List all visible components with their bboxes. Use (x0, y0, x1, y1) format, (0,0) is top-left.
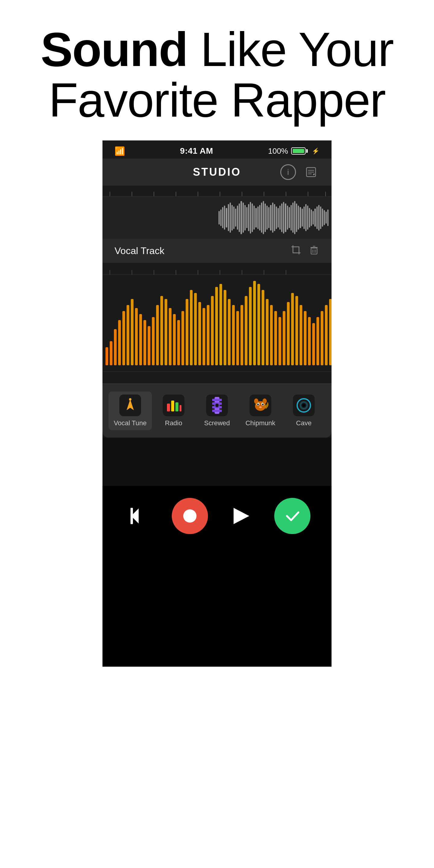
play-button[interactable] (226, 501, 256, 531)
skip-back-button[interactable] (124, 501, 154, 531)
svg-rect-67 (261, 290, 264, 365)
svg-rect-34 (122, 311, 125, 365)
transport-bar (102, 486, 332, 546)
svg-rect-119 (212, 399, 222, 401)
svg-rect-77 (304, 311, 307, 365)
svg-rect-43 (160, 296, 163, 365)
effect-chipmunk[interactable]: Chipmunk (239, 392, 282, 430)
timeline-ruler-bottom (102, 263, 332, 275)
vocal-tune-icon (119, 395, 141, 416)
svg-rect-68 (266, 299, 269, 365)
info-icon: i (280, 164, 296, 180)
svg-rect-61 (236, 311, 239, 365)
svg-rect-55 (211, 296, 214, 365)
svg-point-130 (254, 398, 258, 404)
svg-rect-113 (167, 404, 170, 411)
vocal-tune-label: Vocal Tune (114, 419, 147, 427)
svg-rect-50 (190, 290, 193, 365)
svg-point-123 (215, 404, 219, 407)
svg-rect-69 (270, 305, 273, 365)
edit-button[interactable] (303, 164, 319, 181)
cave-icon (293, 395, 315, 416)
timeline-ruler-top (102, 186, 332, 196)
svg-rect-80 (316, 317, 319, 365)
svg-rect-41 (152, 317, 155, 365)
hero-title: Sound Like Your Favorite Rapper (18, 24, 416, 125)
svg-rect-40 (148, 326, 150, 365)
nav-icons: i (280, 164, 319, 181)
svg-rect-64 (249, 287, 252, 365)
info-button[interactable]: i (280, 164, 297, 181)
effect-vocal-tune[interactable]: Vocal Tune (108, 392, 152, 430)
track-label: Vocal Track (115, 245, 164, 256)
battery-area: 100% ⚡ (268, 147, 319, 156)
svg-rect-58 (224, 290, 226, 365)
svg-rect-56 (215, 287, 218, 365)
hero-line2: Favorite Rapper (49, 73, 385, 127)
svg-rect-30 (105, 347, 108, 365)
battery-percent: 100% (268, 147, 288, 156)
svg-rect-59 (228, 299, 230, 365)
svg-rect-47 (177, 320, 180, 365)
main-waveform (102, 275, 332, 371)
effect-radio[interactable]: Radio (152, 392, 195, 430)
bottom-ruler (102, 371, 332, 383)
track-label-row: Vocal Track (102, 239, 332, 263)
radio-label: Radio (165, 419, 182, 427)
phone-screen: 📶 9:41 AM 100% ⚡ STUDIO i (102, 141, 332, 438)
svg-rect-36 (131, 299, 133, 365)
effect-screwed[interactable]: Screwed (195, 392, 239, 430)
crop-icon[interactable] (290, 244, 301, 257)
svg-rect-44 (164, 299, 167, 365)
svg-rect-73 (287, 302, 290, 365)
svg-rect-114 (171, 401, 174, 411)
svg-rect-37 (135, 308, 138, 365)
svg-rect-48 (181, 311, 184, 365)
svg-rect-81 (321, 311, 323, 365)
svg-rect-71 (278, 317, 281, 365)
svg-rect-63 (245, 296, 247, 365)
hero-section: Sound Like Your Favorite Rapper (0, 0, 434, 141)
svg-rect-39 (144, 320, 146, 365)
status-bar: 📶 9:41 AM 100% ⚡ (102, 141, 332, 158)
svg-rect-57 (219, 284, 222, 365)
svg-rect-32 (114, 329, 117, 365)
track-icons (290, 244, 319, 257)
svg-rect-70 (274, 311, 277, 365)
svg-point-111 (129, 398, 131, 401)
svg-point-128 (257, 404, 259, 405)
svg-rect-45 (169, 308, 172, 365)
screwed-icon (206, 395, 228, 416)
svg-point-140 (183, 509, 196, 523)
svg-rect-53 (203, 308, 205, 365)
svg-rect-49 (186, 299, 188, 365)
svg-rect-82 (325, 305, 328, 365)
record-button[interactable] (172, 498, 208, 534)
edit-icon (303, 164, 319, 180)
chipmunk-label: Chipmunk (245, 419, 275, 427)
check-button[interactable] (274, 498, 310, 534)
chipmunk-icon (250, 395, 271, 416)
svg-rect-35 (127, 305, 129, 365)
delete-icon[interactable] (309, 244, 319, 257)
effect-cave[interactable]: Cave (282, 392, 326, 430)
effects-bar: Vocal Tune Radio (102, 383, 332, 438)
cave-label: Cave (296, 419, 311, 427)
svg-rect-42 (156, 305, 159, 365)
bolt-icon: ⚡ (312, 147, 319, 155)
svg-rect-33 (118, 320, 121, 365)
bottom-dark-area (102, 438, 332, 486)
svg-rect-31 (110, 341, 113, 365)
svg-rect-78 (308, 317, 311, 365)
svg-rect-139 (130, 508, 133, 524)
svg-rect-46 (173, 314, 176, 365)
waveform-svg (102, 275, 332, 371)
svg-rect-72 (283, 311, 285, 365)
hero-bold: Sound (41, 22, 188, 76)
svg-point-131 (262, 398, 267, 404)
svg-rect-122 (212, 410, 222, 412)
screwed-label: Screwed (204, 419, 230, 427)
svg-rect-74 (291, 293, 294, 365)
svg-marker-141 (234, 508, 249, 524)
background-waveform: gray bars (102, 196, 332, 239)
